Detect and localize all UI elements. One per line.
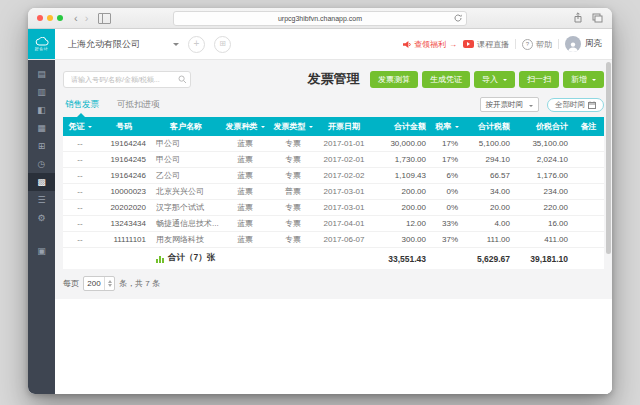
sidebar-toggle-icon[interactable] bbox=[98, 13, 111, 24]
total-cell: 1,176.00 bbox=[515, 168, 573, 184]
invoice-row[interactable]: -- 13243434 畅捷通信息技术... 蓝票 专票 2017-04-01 … bbox=[63, 216, 604, 232]
tab-sales-invoices[interactable]: 销售发票 bbox=[63, 99, 99, 111]
chevron-down-icon bbox=[503, 79, 507, 83]
chevron-down-icon bbox=[173, 43, 179, 49]
divider bbox=[515, 39, 516, 49]
close-window-button[interactable] bbox=[37, 15, 43, 21]
invoice-type-cell: 专票 bbox=[269, 232, 317, 248]
tab-deductible-input[interactable]: 可抵扣进项 bbox=[115, 99, 160, 111]
new-invoice-button[interactable]: 新增 bbox=[563, 71, 604, 88]
invoice-number-cell: 19164246 bbox=[97, 168, 151, 184]
sidebar-item-checkout[interactable]: ⊞ bbox=[28, 137, 55, 155]
sidebar-item-ledger[interactable]: ▦ bbox=[28, 119, 55, 137]
minimize-window-button[interactable] bbox=[47, 15, 53, 21]
per-page-input[interactable] bbox=[84, 277, 104, 290]
invoice-row[interactable]: -- 10000023 北京兴兴公司 蓝票 普票 2017-03-01 200.… bbox=[63, 184, 604, 200]
invoice-row[interactable]: -- 11111101 用友网络科技 蓝票 专票 2017-06-07 300.… bbox=[63, 232, 604, 248]
share-icon[interactable] bbox=[573, 9, 583, 27]
scrollbar-thumb[interactable] bbox=[606, 62, 611, 254]
sidebar-item-print[interactable]: ☰ bbox=[28, 191, 55, 209]
col-note: 备注 bbox=[573, 117, 604, 136]
total-cell: 2,024.10 bbox=[515, 152, 573, 168]
sidebar-item-period[interactable]: ◷ bbox=[28, 155, 55, 173]
note-cell bbox=[573, 184, 604, 200]
app-logo[interactable]: 好会计 bbox=[28, 29, 55, 59]
forward-button[interactable]: › bbox=[85, 13, 89, 24]
sidebar-item-vouchers[interactable]: ▥ bbox=[28, 83, 55, 101]
spinner-arrows bbox=[104, 277, 114, 290]
company-name: 上海允动有限公司 bbox=[68, 38, 170, 51]
invoice-kind-cell: 蓝票 bbox=[221, 184, 269, 200]
time-range-button[interactable]: 全部时间 bbox=[547, 98, 604, 112]
voucher-cell: -- bbox=[63, 168, 97, 184]
import-button[interactable]: 导入 bbox=[474, 71, 515, 88]
total-cell: 16.00 bbox=[515, 216, 573, 232]
invoice-kind-cell: 蓝票 bbox=[221, 232, 269, 248]
total-cell: 234.00 bbox=[515, 184, 573, 200]
voucher-cell: -- bbox=[63, 152, 97, 168]
amount-cell: 1,730.00 bbox=[371, 152, 431, 168]
invoice-row[interactable]: -- 20202020 汉字那个试试 蓝票 专票 2017-03-01 200.… bbox=[63, 200, 604, 216]
col-voucher[interactable]: 凭证 bbox=[63, 117, 97, 136]
col-customer: 客户名称 bbox=[151, 117, 221, 136]
tabs-overview-icon[interactable] bbox=[592, 9, 603, 27]
invoice-kind-cell: 蓝票 bbox=[221, 200, 269, 216]
date-cell: 2017-02-01 bbox=[317, 152, 371, 168]
voucher-cell: -- bbox=[63, 232, 97, 248]
invoice-kind-cell: 蓝票 bbox=[221, 168, 269, 184]
browser-window: ‹ › urpcg3hibfvn.chanapp.com bbox=[28, 8, 612, 394]
company-selector[interactable]: 上海允动有限公司 bbox=[68, 38, 179, 51]
invoice-number-cell: 13243434 bbox=[97, 216, 151, 232]
apps-menu-button[interactable]: ⊞ bbox=[214, 36, 231, 53]
invoice-calc-button[interactable]: 发票测算 bbox=[370, 71, 418, 88]
sidebar-item-invoices[interactable]: ▤ bbox=[28, 65, 55, 83]
question-icon: ? bbox=[522, 39, 533, 50]
invoice-row[interactable]: -- 19164244 甲公司 蓝票 专票 2017-01-01 30,000.… bbox=[63, 136, 604, 152]
rate-cell: 0% bbox=[431, 200, 463, 216]
col-kind[interactable]: 发票种类 bbox=[221, 117, 269, 136]
sort-caret-icon bbox=[88, 126, 92, 130]
search-icon[interactable] bbox=[178, 75, 187, 84]
sidebar-item-invoice-manage[interactable]: ▩ bbox=[28, 173, 55, 191]
total-cell: 220.00 bbox=[515, 200, 573, 216]
active-tab-notch bbox=[77, 113, 85, 117]
customer-cell: 畅捷通信息技术... bbox=[151, 216, 221, 232]
help-link[interactable]: ? 帮助 bbox=[522, 39, 552, 50]
bar-chart-icon bbox=[156, 254, 165, 263]
tax-cell: 4.00 bbox=[463, 216, 515, 232]
sort-by-date-button[interactable]: 按开票时间 bbox=[480, 97, 540, 112]
sidebar-item-archive[interactable]: ▣ bbox=[28, 242, 55, 260]
megaphone-icon bbox=[402, 40, 411, 49]
tax-cell: 5,100.00 bbox=[463, 136, 515, 152]
add-account-button[interactable]: + bbox=[188, 36, 205, 53]
invoice-kind-cell: 蓝票 bbox=[221, 216, 269, 232]
scan-button[interactable]: 扫一扫 bbox=[519, 71, 559, 88]
maximize-window-button[interactable] bbox=[57, 15, 63, 21]
search-input[interactable] bbox=[69, 75, 178, 84]
col-rate[interactable]: 税率 bbox=[431, 117, 463, 136]
reload-icon[interactable] bbox=[453, 13, 463, 24]
back-button[interactable]: ‹ bbox=[74, 13, 78, 24]
customer-cell: 北京兴兴公司 bbox=[151, 184, 221, 200]
promo-link[interactable]: 查领福利 → bbox=[402, 39, 457, 50]
address-bar[interactable]: urpcg3hibfvn.chanapp.com bbox=[173, 11, 467, 26]
invoice-row[interactable]: -- 19164246 乙公司 蓝票 专票 2017-02-02 1,109.4… bbox=[63, 168, 604, 184]
note-cell bbox=[573, 152, 604, 168]
user-menu[interactable]: 周亮 bbox=[565, 36, 602, 52]
filter-group: 按开票时间 全部时间 bbox=[480, 97, 605, 112]
step-down-button[interactable] bbox=[105, 284, 114, 291]
divider bbox=[558, 39, 559, 49]
col-type[interactable]: 发票类型 bbox=[269, 117, 317, 136]
live-course-link[interactable]: 课程直播 bbox=[463, 39, 509, 50]
invoice-table-body: -- 19164244 甲公司 蓝票 专票 2017-01-01 30,000.… bbox=[63, 136, 604, 248]
generate-voucher-button[interactable]: 生成凭证 bbox=[422, 71, 470, 88]
invoice-row[interactable]: -- 19164245 甲公司 蓝票 专票 2017-02-01 1,730.0… bbox=[63, 152, 604, 168]
col-number: 号码 bbox=[97, 117, 151, 136]
sidebar-item-reports[interactable]: ◧ bbox=[28, 101, 55, 119]
sidebar-item-settings[interactable]: ⚙ bbox=[28, 209, 55, 227]
live-icon bbox=[463, 40, 474, 48]
invoice-manage-icon: ▩ bbox=[37, 178, 46, 187]
customer-cell: 用友网络科技 bbox=[151, 232, 221, 248]
tax-cell: 34.00 bbox=[463, 184, 515, 200]
archive-icon: ▣ bbox=[37, 247, 46, 256]
